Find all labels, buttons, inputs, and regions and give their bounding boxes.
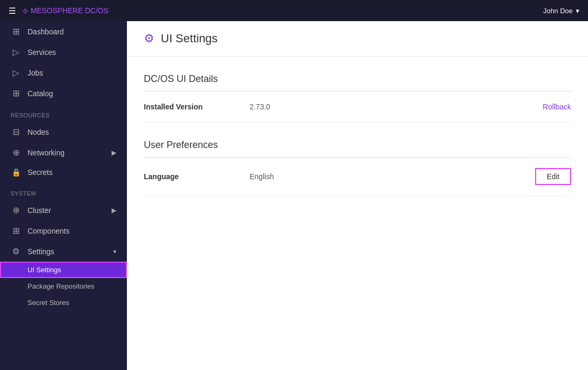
content-body: DC/OS UI Details Installed Version 2.73.… [127,57,588,230]
settings-icon: ⚙ [11,246,21,256]
components-icon: ⊞ [11,226,21,236]
sidebar-item-label: Secrets [27,168,52,177]
chevron-right-icon: ▶ [112,207,116,214]
rollback-action: Rollback [543,102,571,112]
secrets-icon: 🔒 [11,168,21,177]
section-user-preferences-title: User Preferences [144,140,571,158]
logo-text: MESOSPHERE DC/OS [31,6,108,15]
sidebar-item-label: Dashboard [27,27,64,36]
edit-action: Edit [535,168,571,185]
sidebar-sub-item-secret-stores[interactable]: Secret Stores [0,294,127,311]
nodes-icon: ⊟ [11,127,21,137]
user-menu[interactable]: John Doe ▾ [543,7,580,15]
sidebar-item-dashboard[interactable]: ⊞ Dashboard [0,21,127,42]
section-ui-details-title: DC/OS UI Details [144,73,571,91]
cluster-icon: ⊕ [11,205,21,215]
sidebar-item-catalog[interactable]: ⊞ Catalog [0,83,127,104]
chevron-right-icon: ▶ [112,149,116,156]
settings-gear-icon: ⚙ [144,32,154,45]
sidebar: ⊞ Dashboard ▷ Services ▷ Jobs ⊞ Catalog … [0,21,127,370]
sidebar-item-cluster[interactable]: ⊕ Cluster ▶ [0,200,127,220]
section-ui-details: DC/OS UI Details Installed Version 2.73.… [144,73,571,123]
language-value: English [250,172,535,181]
language-row: Language English Edit [144,158,571,196]
page-title: UI Settings [161,32,218,45]
sidebar-sub-item-label: Secret Stores [27,299,69,307]
rollback-link[interactable]: Rollback [543,103,571,111]
user-name: John Doe [543,7,573,15]
chevron-down-icon: ▾ [113,248,116,255]
sidebar-sub-item-label: Package Repositories [27,282,94,290]
sidebar-item-label: Networking [27,149,65,157]
edit-button[interactable]: Edit [535,168,571,185]
sidebar-item-jobs[interactable]: ▷ Jobs [0,62,127,83]
sidebar-sub-item-package-repositories[interactable]: Package Repositories [0,278,127,294]
hamburger-menu[interactable]: ☰ [8,6,16,16]
sidebar-item-nodes[interactable]: ⊟ Nodes [0,122,127,142]
sidebar-item-components[interactable]: ⊞ Components [0,220,127,241]
catalog-icon: ⊞ [11,88,21,98]
sidebar-item-label: Cluster [27,206,51,215]
user-chevron-icon: ▾ [576,7,580,15]
sidebar-item-services[interactable]: ▷ Services [0,42,127,62]
services-icon: ▷ [11,47,21,57]
sidebar-item-settings[interactable]: ⚙ Settings ▾ [0,241,127,262]
resources-section-label: Resources [0,104,127,122]
installed-version-value: 2.73.0 [250,103,543,111]
networking-icon: ⊕ [11,147,21,158]
section-user-preferences: User Preferences Language English Edit [144,140,571,196]
sidebar-sub-item-label: UI Settings [27,266,61,274]
topbar: ☰ ⟡ MESOSPHERE DC/OS John Doe ▾ [0,0,588,21]
sidebar-sub-item-ui-settings[interactable]: UI Settings [0,262,127,278]
dashboard-icon: ⊞ [11,26,21,36]
language-label: Language [144,172,250,181]
sidebar-item-label: Catalog [27,89,53,98]
jobs-icon: ▷ [11,68,21,78]
sidebar-item-label: Services [27,48,56,57]
logo-text-main: MESOSPHERE DC [31,6,96,15]
installed-version-row: Installed Version 2.73.0 Rollback [144,91,571,123]
sidebar-item-label: Nodes [27,128,49,136]
system-section-label: System [0,182,127,200]
topbar-logo: ⟡ MESOSPHERE DC/OS [22,5,108,16]
content-area: ⚙ UI Settings DC/OS UI Details Installed… [127,21,588,370]
sidebar-item-label: Jobs [27,69,43,77]
sidebar-item-secrets[interactable]: 🔒 Secrets [0,163,127,182]
installed-version-label: Installed Version [144,103,250,111]
page-header: ⚙ UI Settings [127,21,588,57]
sidebar-item-label: Components [27,227,69,235]
logo-text-accent: /OS [96,6,108,15]
logo-icon: ⟡ [22,5,29,16]
sidebar-item-label: Settings [27,247,54,256]
topbar-left: ☰ ⟡ MESOSPHERE DC/OS [8,5,108,16]
sidebar-item-networking[interactable]: ⊕ Networking ▶ [0,142,127,163]
main-layout: ⊞ Dashboard ▷ Services ▷ Jobs ⊞ Catalog … [0,21,588,370]
